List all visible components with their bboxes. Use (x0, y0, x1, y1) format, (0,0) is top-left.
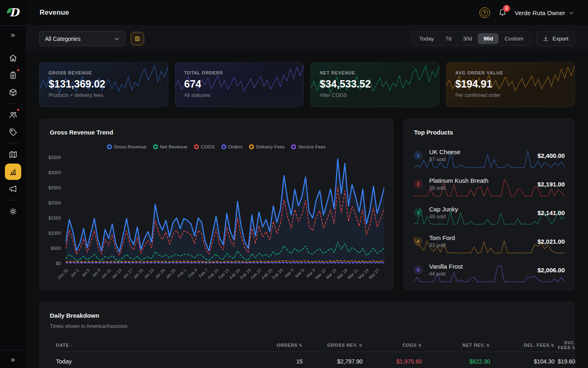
stat-subtext: All statuses (184, 92, 294, 98)
orders-alert-dot (16, 68, 20, 72)
top-product-row[interactable]: 3Cap Junky49 sold$2,141.00 (414, 198, 565, 227)
sidebar-item-home[interactable] (5, 50, 21, 66)
gear-icon (9, 207, 18, 216)
trend-legend: Gross RevenueNet RevenueCOGSOrdersDelive… (40, 144, 393, 149)
download-icon (543, 36, 549, 42)
sidebar-item-settings[interactable] (5, 203, 21, 220)
table-cell: $1,975.60 (366, 358, 425, 365)
stat-value: 674 (184, 78, 294, 90)
table-body: Today15$2,797.90$1,975.60$822.30$104.30$… (50, 352, 564, 368)
sidebar-collapse-button[interactable]: » (0, 350, 26, 368)
user-menu[interactable]: Verde Ruta Owner (515, 9, 574, 16)
chevrons-right-icon: » (11, 30, 15, 39)
y-tick-label: $3000 (48, 170, 61, 175)
sidebar-item-marketing[interactable] (5, 181, 21, 197)
help-button[interactable]: ? (479, 7, 490, 18)
legend-ring-icon (153, 144, 158, 149)
logo-letter: D (9, 6, 19, 19)
user-name: Verde Ruta Owner (515, 9, 565, 16)
column-header-cogs[interactable]: COGS⇅ (366, 343, 425, 348)
legend-item-gross-revenue[interactable]: Gross Revenue (107, 144, 147, 149)
column-header-net-rev-[interactable]: NET REV.⇅ (425, 343, 493, 348)
legend-item-orders[interactable]: Orders (221, 144, 243, 149)
range-button-30d[interactable]: 30d (457, 33, 478, 44)
trend-x-axis: Dec 30Jan 2Jan 5Jan 8Jan 11Jan 14Jan 17J… (66, 265, 384, 286)
column-label: DEL. FEES (524, 343, 550, 348)
product-name: Tom Ford (429, 234, 455, 241)
save-view-button[interactable] (131, 32, 144, 45)
stat-label: GROSS REVENUE (49, 70, 159, 75)
column-label: ORDERS (277, 343, 298, 348)
range-button-custom[interactable]: Custom (499, 33, 529, 44)
sidebar-item-products[interactable] (5, 84, 21, 101)
table-cell: Today (50, 358, 232, 365)
trend-panel-title: Gross Revenue Trend (50, 129, 113, 136)
sort-icon: ⇅ (418, 343, 422, 348)
top-products-title: Top Products (414, 129, 453, 136)
stat-card-avg-order-value: AVG ORDER VALUE $194.91 Per confirmed or… (446, 62, 575, 107)
sidebar-item-tags[interactable] (5, 124, 21, 140)
page-title: Revenue (40, 9, 69, 17)
app-logo[interactable]: D (0, 0, 26, 26)
legend-label: Orders (228, 144, 243, 149)
customers-alert-dot (16, 108, 20, 112)
sort-icon: ⇅ (299, 343, 303, 348)
stat-card-total-orders: TOTAL ORDERS 674 All statuses (175, 62, 304, 107)
stat-subtext: Products + delivery fees (49, 92, 159, 98)
legend-label: Service Fees (298, 144, 325, 149)
legend-ring-icon (107, 144, 112, 149)
column-header-svc-fees[interactable]: SVC. FEES⇅ (558, 340, 579, 350)
sidebar-expand-button[interactable]: » (0, 26, 26, 44)
top-product-row[interactable]: 1UK Cheese37 sold$2,400.00 (414, 141, 565, 170)
chevrons-right-icon: » (11, 355, 15, 364)
export-button[interactable]: Export (536, 31, 575, 46)
header: Revenue ? 3 Verde Ruta Owner (26, 0, 588, 26)
column-header-gross-rev-[interactable]: GROSS REV.⇅ (306, 343, 366, 348)
daily-breakdown-table: DATE↓ORDERS⇅GROSS REV.⇅COGS⇅NET REV.⇅DEL… (50, 338, 564, 368)
product-rank-badge: 1 (414, 151, 423, 160)
legend-item-delivery-fees[interactable]: Delivery Fees (249, 144, 285, 149)
stat-label: AVG ORDER VALUE (455, 70, 566, 75)
notifications-button[interactable]: 3 (498, 8, 507, 18)
table-row[interactable]: Today15$2,797.90$1,975.60$822.30$104.30$… (50, 352, 564, 368)
sidebar-item-analytics[interactable] (5, 164, 21, 180)
daily-breakdown-panel: Daily Breakdown Times shown in America/A… (39, 302, 575, 368)
clipboard-icon (9, 71, 18, 80)
top-product-row[interactable]: 4Tom Ford33 sold$2,021.00 (414, 227, 565, 256)
column-header-del-fees[interactable]: DEL. FEES⇅ (493, 343, 558, 348)
top-product-row[interactable]: 5Vanilla Frost44 sold$2,006.00 (414, 256, 565, 284)
legend-ring-icon (221, 144, 226, 149)
map-icon (9, 150, 18, 159)
range-button-today[interactable]: Today (414, 33, 440, 44)
product-name: Platinum Kush Breath (429, 177, 488, 184)
column-header-orders[interactable]: ORDERS⇅ (232, 343, 306, 348)
top-product-row[interactable]: 2Platinum Kush Breath38 sold$2,191.00 (414, 170, 565, 198)
cube-icon (9, 88, 18, 97)
sort-icon: ⇅ (572, 346, 576, 350)
sidebar-item-customers[interactable] (5, 107, 21, 123)
column-header-date[interactable]: DATE↓ (50, 343, 232, 348)
range-button-7d[interactable]: 7d (440, 33, 457, 44)
stat-value: $34,533.52 (320, 78, 430, 90)
table-cell: $822.30 (425, 358, 493, 365)
sidebar-item-map[interactable] (5, 146, 21, 163)
sort-icon: ⇅ (486, 343, 490, 348)
trend-plot (66, 157, 384, 263)
table-cell: 15 (232, 358, 306, 365)
legend-item-service-fees[interactable]: Service Fees (291, 144, 325, 149)
sidebar-item-orders[interactable] (5, 67, 21, 83)
category-filter-select[interactable]: All Categories (39, 31, 125, 46)
legend-item-net-revenue[interactable]: Net Revenue (153, 144, 187, 149)
column-label: GROSS REV. (327, 343, 357, 348)
column-label: NET REV. (463, 343, 485, 348)
y-tick-label: $2000 (48, 200, 61, 205)
product-units-sold: 38 sold (429, 185, 488, 191)
table-header-row: DATE↓ORDERS⇅GROSS REV.⇅COGS⇅NET REV.⇅DEL… (50, 338, 564, 352)
stat-subtext: After COGS (320, 92, 430, 98)
home-icon (9, 54, 18, 63)
product-rank-badge: 3 (414, 208, 423, 217)
legend-item-cogs[interactable]: COGS (194, 144, 215, 149)
category-filter-value: All Categories (45, 36, 80, 42)
range-button-90d[interactable]: 90d (478, 33, 499, 44)
save-icon (134, 35, 141, 42)
